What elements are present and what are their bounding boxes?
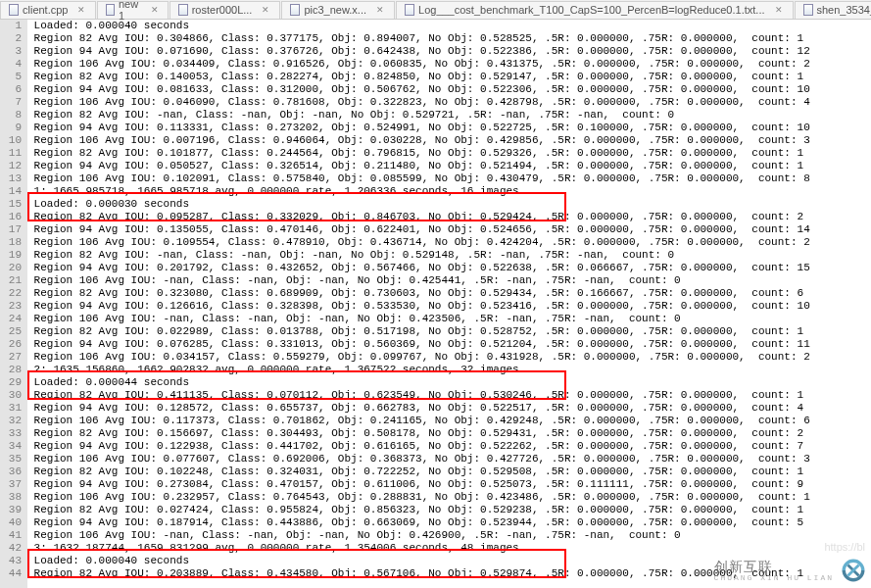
watermark-logo-icon — [840, 557, 867, 584]
code-line[interactable]: Region 94 Avg IOU: 0.050527, Class: 0.32… — [27, 160, 871, 172]
line-number: 30 — [4, 389, 22, 402]
code-line[interactable]: Region 82 Avg IOU: 0.027424, Class: 0.95… — [27, 504, 871, 516]
file-icon — [178, 4, 188, 16]
code-line[interactable]: Region 82 Avg IOU: 0.101877, Class: 0.24… — [27, 147, 871, 160]
line-number: 42 — [4, 542, 22, 555]
code-line[interactable]: Region 94 Avg IOU: 0.273084, Class: 0.47… — [27, 478, 871, 491]
watermark-subtext: CHUANG XIN HU LIAN — [714, 573, 834, 582]
line-number: 26 — [4, 338, 22, 351]
line-number: 15 — [4, 198, 22, 211]
code-line[interactable]: Region 106 Avg IOU: -nan, Class: -nan, O… — [27, 274, 871, 287]
tab-shen-3534-train-log-txt-[interactable]: shen_3534_train_log.txt...✕ — [795, 1, 872, 19]
code-line[interactable]: Region 94 Avg IOU: 0.113331, Class: 0.27… — [27, 122, 871, 134]
file-icon — [290, 4, 300, 16]
code-line[interactable]: Region 82 Avg IOU: -nan, Class: -nan, Ob… — [27, 249, 871, 262]
code-line[interactable]: Region 106 Avg IOU: 0.077607, Class: 0.6… — [27, 453, 871, 466]
code-line[interactable]: Region 106 Avg IOU: 0.117373, Class: 0.7… — [27, 415, 871, 427]
code-line[interactable]: Region 94 Avg IOU: 0.126616, Class: 0.32… — [27, 300, 871, 313]
line-number: 2 — [4, 32, 22, 45]
code-line[interactable]: Region 82 Avg IOU: 0.140053, Class: 0.28… — [27, 71, 871, 83]
line-number: 32 — [4, 415, 22, 427]
line-number: 20 — [4, 262, 22, 274]
tab-label: shen_3534_train_log.txt... — [817, 4, 872, 16]
line-number: 40 — [4, 516, 22, 529]
code-line[interactable]: Region 94 Avg IOU: 0.122938, Class: 0.44… — [27, 440, 871, 453]
close-icon[interactable]: ✕ — [150, 4, 160, 16]
line-number: 31 — [4, 402, 22, 415]
line-number: 1 — [4, 20, 22, 32]
code-line[interactable]: Region 94 Avg IOU: 0.135055, Class: 0.47… — [27, 223, 871, 236]
code-line[interactable]: 3: 1632.187744, 1659.831299 avg, 0.00000… — [27, 542, 871, 555]
tab-label: Log___cost_benchmark_T100_CapS=100_Perce… — [418, 4, 764, 16]
code-line[interactable]: Region 94 Avg IOU: 0.187914, Class: 0.44… — [27, 516, 871, 529]
line-number: 22 — [4, 287, 22, 300]
faint-url-text: https://bl — [824, 541, 865, 553]
code-line[interactable]: 2: 1635.156860, 1662.902832 avg, 0.00000… — [27, 364, 871, 376]
code-line[interactable]: Region 82 Avg IOU: 0.411135, Class: 0.07… — [27, 389, 871, 402]
line-number: 44 — [4, 567, 22, 580]
tab-log-cost-benchmark-t100-caps-100-percenb-logreduce0-1-txt-[interactable]: Log___cost_benchmark_T100_CapS=100_Perce… — [396, 1, 793, 19]
tab-label: new 1 — [119, 0, 142, 22]
code-line[interactable]: Region 106 Avg IOU: -nan, Class: -nan, O… — [27, 529, 871, 542]
line-number: 25 — [4, 325, 22, 338]
line-number: 37 — [4, 478, 22, 491]
text-content[interactable]: Loaded: 0.000040 seconds Region 82 Avg I… — [27, 20, 871, 588]
watermark: 创新互联 CHUANG XIN HU LIAN — [714, 557, 867, 584]
line-number: 10 — [4, 134, 22, 147]
line-number: 14 — [4, 185, 22, 198]
code-line[interactable]: Region 94 Avg IOU: 0.201792, Class: 0.43… — [27, 262, 871, 274]
code-line[interactable]: Region 106 Avg IOU: 0.232957, Class: 0.7… — [27, 491, 871, 504]
code-line[interactable]: Region 82 Avg IOU: 0.323080, Class: 0.68… — [27, 287, 871, 300]
tab-pic3-new-x-[interactable]: pic3_new.x...✕ — [281, 1, 395, 19]
file-icon — [803, 4, 813, 16]
line-number: 9 — [4, 122, 22, 134]
line-number: 19 — [4, 249, 22, 262]
line-number: 21 — [4, 274, 22, 287]
close-icon[interactable]: ✕ — [374, 4, 386, 16]
code-line[interactable]: Region 106 Avg IOU: 0.109554, Class: 0.4… — [27, 236, 871, 249]
code-line[interactable]: Region 94 Avg IOU: 0.071690, Class: 0.37… — [27, 45, 871, 58]
code-line[interactable]: 1: 1665.985718, 1665.985718 avg, 0.00000… — [27, 185, 871, 198]
code-line[interactable]: Region 106 Avg IOU: 0.102091, Class: 0.5… — [27, 172, 871, 185]
line-number: 11 — [4, 147, 22, 160]
line-number: 34 — [4, 440, 22, 453]
code-line[interactable]: Region 94 Avg IOU: 0.081633, Class: 0.31… — [27, 83, 871, 96]
code-line[interactable]: Region 106 Avg IOU: 0.007196, Class: 0.9… — [27, 134, 871, 147]
line-number: 35 — [4, 453, 22, 466]
file-icon — [106, 4, 115, 16]
line-number: 12 — [4, 160, 22, 172]
code-line[interactable]: Region 82 Avg IOU: 0.102248, Class: 0.32… — [27, 466, 871, 478]
code-line[interactable]: Region 94 Avg IOU: 0.128572, Class: 0.65… — [27, 402, 871, 415]
tab-client-cpp[interactable]: client.cpp✕ — [0, 1, 96, 19]
tab-roster000l-[interactable]: roster000L...✕ — [169, 1, 281, 19]
code-line[interactable]: Region 106 Avg IOU: 0.046090, Class: 0.7… — [27, 96, 871, 109]
line-number: 18 — [4, 236, 22, 249]
code-line[interactable]: Region 94 Avg IOU: 0.076285, Class: 0.33… — [27, 338, 871, 351]
tab-new-1[interactable]: new 1✕ — [97, 1, 168, 19]
tab-label: pic3_new.x... — [304, 4, 366, 16]
code-line[interactable]: Region 106 Avg IOU: 0.034409, Class: 0.9… — [27, 58, 871, 71]
code-line[interactable]: Region 82 Avg IOU: 0.095287, Class: 0.33… — [27, 211, 871, 223]
watermark-text: 创新互联 — [714, 560, 834, 573]
close-icon[interactable]: ✕ — [260, 4, 271, 16]
code-line[interactable]: Loaded: 0.000040 seconds — [27, 20, 871, 32]
code-line[interactable]: Loaded: 0.000044 seconds — [27, 376, 871, 389]
line-number: 41 — [4, 529, 22, 542]
line-number: 39 — [4, 504, 22, 516]
line-number: 24 — [4, 313, 22, 325]
close-icon[interactable]: ✕ — [773, 4, 785, 16]
code-line[interactable]: Region 82 Avg IOU: 0.022989, Class: 0.01… — [27, 325, 871, 338]
line-number: 13 — [4, 172, 22, 185]
code-line[interactable]: Region 106 Avg IOU: 0.034157, Class: 0.5… — [27, 351, 871, 364]
code-line[interactable]: Region 82 Avg IOU: -nan, Class: -nan, Ob… — [27, 109, 871, 122]
code-line[interactable]: Loaded: 0.000030 seconds — [27, 198, 871, 211]
line-number: 27 — [4, 351, 22, 364]
line-number-gutter: 1234567891011121314151617181920212223242… — [0, 20, 27, 588]
code-line[interactable]: Region 82 Avg IOU: 0.156697, Class: 0.30… — [27, 427, 871, 440]
code-line[interactable]: Region 82 Avg IOU: 0.304866, Class: 0.37… — [27, 32, 871, 45]
line-number: 3 — [4, 45, 22, 58]
code-line[interactable]: Region 106 Avg IOU: -nan, Class: -nan, O… — [27, 313, 871, 325]
tab-label: roster000L... — [192, 4, 253, 16]
tab-label: client.cpp — [23, 4, 68, 16]
close-icon[interactable]: ✕ — [75, 4, 87, 16]
